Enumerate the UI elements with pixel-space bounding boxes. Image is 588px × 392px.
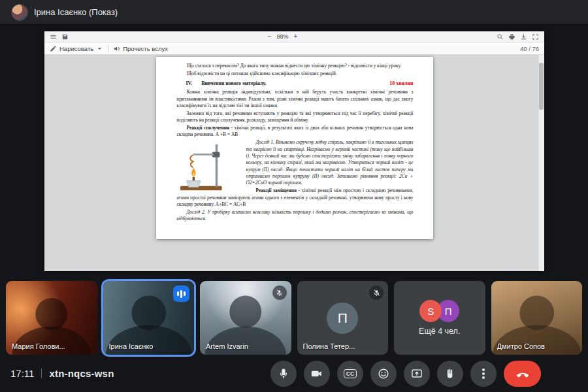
mic-muted-icon: [272, 286, 287, 300]
term-substitution: Реакції заміщення: [256, 188, 297, 193]
reactions-button[interactable]: [370, 361, 397, 387]
pdf-viewer[interactable]: Що сталося з перекисом? До якого типу мо…: [44, 55, 544, 271]
mic-button[interactable]: [270, 361, 297, 387]
meeting-meta: 17:11 xtn-nqcs-wsn: [10, 368, 114, 379]
section-title: Вивчення нового матеріалу.: [201, 80, 266, 87]
doc-experiment-2: Дослід 2. У пробірку всипаємо невелику к…: [177, 209, 414, 223]
scrollbar-thumb[interactable]: [539, 63, 544, 110]
mic-muted-icon: [369, 286, 384, 300]
screenshare-window: − 88% + Нарисовать Прочесть вслух: [44, 31, 544, 271]
participant-tile-irina[interactable]: Ірина Ісаєнко: [103, 281, 195, 355]
clock: 17:11: [10, 368, 34, 379]
search-icon[interactable]: [497, 33, 504, 41]
draw-label: Нарисовать: [59, 45, 93, 52]
document-page: Що сталося з перекисом? До якого типу мо…: [156, 57, 433, 239]
section-time: 10 хвилин: [389, 80, 413, 87]
section-heading: IV. Вивчення нового матеріалу. 10 хвилин: [177, 80, 414, 87]
presenter-label: Ірина Ісаєнко (Показ): [34, 7, 118, 17]
participant-name: Мария Голови...: [12, 342, 65, 350]
fullscreen-icon[interactable]: [532, 33, 539, 41]
pen-icon: [50, 45, 57, 52]
raise-hand-icon: [444, 367, 457, 380]
meeting-code: xtn-nqcs-wsn: [49, 368, 114, 379]
experiment-2-text: Дослід 2. У пробірку всипаємо невелику к…: [177, 209, 414, 221]
experiment-figure: [177, 140, 241, 193]
participants-strip: Мария Голови... Ірина Ісаєнко Artem Izva…: [0, 281, 588, 355]
download-icon[interactable]: [520, 33, 527, 41]
doc-experiment-1: Дослід 1. Візьмемо скручену мідну спірал…: [177, 139, 414, 187]
participant-tile-maria[interactable]: Мария Голови...: [6, 281, 97, 355]
camera-button[interactable]: [304, 361, 330, 387]
phone-down-icon: [515, 367, 530, 381]
speaker-icon: [113, 45, 120, 52]
doc-paragraph: Реакції сполучення - хімічні реакції, в …: [177, 125, 414, 139]
present-screen-icon: [410, 367, 423, 380]
draw-tool[interactable]: Нарисовать: [50, 45, 103, 52]
zoom-controls: − 88% +: [267, 33, 299, 40]
zoom-in-button[interactable]: +: [293, 33, 299, 40]
participant-tile-artem[interactable]: Artem Izvarin: [200, 281, 291, 355]
chevron-down-icon: [96, 45, 103, 52]
participant-tile-dmytro[interactable]: Дмитро Сопов: [491, 281, 583, 355]
participant-name: Ірина Ісаєнко: [109, 342, 154, 350]
presenter-avatar: [12, 5, 27, 20]
mic-icon: [277, 367, 290, 380]
avatar: П: [327, 302, 358, 334]
more-options-button[interactable]: [470, 361, 497, 387]
presenting-banner: Ірина Ісаєнко (Показ): [0, 0, 588, 25]
participant-name: Полина Тетер...: [303, 342, 355, 350]
meta-divider: [41, 368, 42, 378]
captions-button[interactable]: CC: [337, 361, 363, 387]
term-compound: Реакції сполучення: [187, 125, 230, 131]
save-icon[interactable]: [61, 33, 69, 41]
browser-toolbar: − 88% +: [44, 31, 544, 42]
leave-call-button[interactable]: [504, 361, 541, 387]
toolbar-divider: [108, 45, 108, 52]
captions-icon: CC: [344, 369, 357, 378]
camera-icon: [310, 367, 323, 380]
print-icon[interactable]: [508, 33, 515, 41]
doc-paragraph: Щоб відповісти на ці питання здійснимо к…: [177, 71, 414, 77]
participant-name: Дмитро Сопов: [497, 342, 545, 350]
present-screen-button[interactable]: [404, 361, 430, 387]
read-aloud-tool[interactable]: Прочесть вслух: [113, 45, 168, 52]
experiment-1-text: Дослід 1. Візьмемо скручену мідну спірал…: [246, 139, 414, 186]
participant-name: Artem Izvarin: [206, 342, 248, 350]
speaking-indicator-icon: [173, 286, 189, 302]
participant-tile-overflow[interactable]: S П Ещё 4 чел.: [394, 281, 485, 355]
raise-hand-button[interactable]: [437, 361, 463, 387]
scrollbar[interactable]: [538, 55, 544, 271]
read-aloud-label: Прочесть вслух: [123, 45, 168, 52]
doc-paragraph: Кожна хімічна реакція індивідуальна, оск…: [177, 89, 414, 109]
menu-icon[interactable]: [50, 33, 57, 41]
zoom-value: 88%: [277, 33, 289, 40]
page-indicator: 40 / 76: [520, 45, 539, 52]
call-controls: CC: [270, 361, 578, 387]
smiley-icon: [377, 367, 390, 380]
doc-paragraph: Залежно від того, які речовини вступають…: [177, 110, 414, 124]
overflow-count-label: Ещё 4 чел.: [419, 327, 460, 336]
vertical-ellipsis-icon: [482, 372, 485, 375]
section-number: IV.: [186, 80, 193, 87]
pdf-toolbar: Нарисовать Прочесть вслух 40 / 76: [44, 42, 544, 55]
overflow-avatars: S П: [419, 300, 459, 322]
zoom-out-button[interactable]: −: [267, 33, 273, 40]
control-bar: 17:11 xtn-nqcs-wsn CC: [0, 355, 588, 392]
participant-tile-polina[interactable]: П Полина Тетер...: [297, 281, 389, 355]
doc-paragraph: Що сталося з перекисом? До якого типу мо…: [177, 63, 414, 69]
avatar: S: [419, 300, 442, 322]
